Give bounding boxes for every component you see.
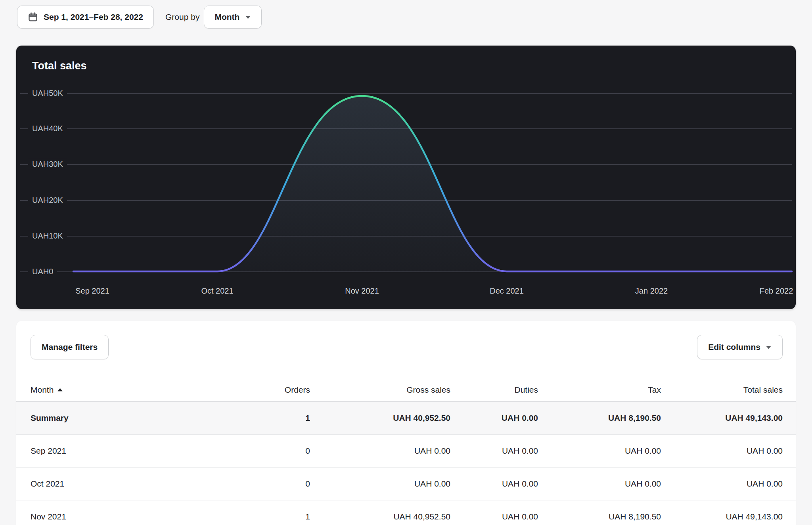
column-header-tax[interactable]: Tax <box>538 378 661 401</box>
group-by-label: Group by <box>165 12 199 22</box>
x-axis-tick: Jan 2022 <box>635 286 668 296</box>
cell-total-sales: UAH 0.00 <box>661 467 796 500</box>
column-header-orders[interactable]: Orders <box>201 378 310 401</box>
summary-gross-sales: UAH 40,952.50 <box>310 401 450 434</box>
x-axis-tick: Oct 2021 <box>201 286 233 296</box>
cell-duties: UAH 0.00 <box>450 467 538 500</box>
cell-tax: UAH 0.00 <box>538 434 661 467</box>
chevron-down-icon <box>766 346 772 349</box>
y-axis-tick: UAH0 <box>28 266 57 277</box>
y-axis-tick: UAH50K <box>28 88 67 99</box>
total-sales-chart-card: Total sales UAH50K UAH40K UAH30K UAH20K … <box>16 46 796 309</box>
cell-orders: 0 <box>201 467 310 500</box>
summary-duties: UAH 0.00 <box>450 401 538 434</box>
x-axis-tick: Sep 2021 <box>75 286 109 296</box>
sales-report-table: Month Orders Gross sales Duties Tax Tota… <box>16 378 796 525</box>
x-axis-tick: Nov 2021 <box>345 286 379 296</box>
table-row: Oct 2021 0 UAH 0.00 UAH 0.00 UAH 0.00 UA… <box>16 467 796 500</box>
cell-duties: UAH 0.00 <box>450 500 538 525</box>
cell-duties: UAH 0.00 <box>450 434 538 467</box>
date-range-button[interactable]: Sep 1, 2021–Feb 28, 2022 <box>17 6 154 29</box>
calendar-icon <box>28 12 38 22</box>
y-axis-tick: UAH40K <box>28 123 67 134</box>
cell-gross-sales: UAH 40,952.50 <box>310 500 450 525</box>
total-sales-line-chart <box>16 46 796 309</box>
edit-columns-button[interactable]: Edit columns <box>697 335 783 359</box>
summary-row: Summary 1 UAH 40,952.50 UAH 0.00 UAH 8,1… <box>16 401 796 434</box>
table-header-row: Month Orders Gross sales Duties Tax Tota… <box>16 378 796 401</box>
chevron-down-icon <box>245 15 251 19</box>
column-header-duties[interactable]: Duties <box>450 378 538 401</box>
date-range-label: Sep 1, 2021–Feb 28, 2022 <box>44 12 143 22</box>
cell-tax: UAH 8,190.50 <box>538 500 661 525</box>
sort-ascending-icon <box>57 388 63 391</box>
table-row: Nov 2021 1 UAH 40,952.50 UAH 0.00 UAH 8,… <box>16 500 796 525</box>
cell-gross-sales: UAH 0.00 <box>310 434 450 467</box>
report-table-card: Manage filters Edit columns Month Orders… <box>16 321 796 525</box>
x-axis-tick: Feb 2022 <box>760 286 793 296</box>
cell-gross-sales: UAH 0.00 <box>310 467 450 500</box>
summary-month: Summary <box>16 401 201 434</box>
column-header-gross-sales[interactable]: Gross sales <box>310 378 450 401</box>
cell-month: Oct 2021 <box>16 467 201 500</box>
cell-orders: 0 <box>201 434 310 467</box>
group-by-value: Month <box>214 12 239 22</box>
table-row: Sep 2021 0 UAH 0.00 UAH 0.00 UAH 0.00 UA… <box>16 434 796 467</box>
cell-orders: 1 <box>201 500 310 525</box>
area-fill <box>217 96 507 271</box>
manage-filters-button[interactable]: Manage filters <box>31 335 109 359</box>
cell-tax: UAH 0.00 <box>538 467 661 500</box>
y-axis-tick: UAH30K <box>28 159 67 170</box>
cell-month: Nov 2021 <box>16 500 201 525</box>
cell-total-sales: UAH 49,143.00 <box>661 500 796 525</box>
table-toolbar: Manage filters Edit columns <box>16 321 796 359</box>
x-axis-tick: Dec 2021 <box>490 286 524 296</box>
group-by-select[interactable]: Month <box>204 6 262 29</box>
y-axis-tick: UAH20K <box>28 195 67 206</box>
summary-total-sales: UAH 49,143.00 <box>661 401 796 434</box>
cell-month: Sep 2021 <box>16 434 201 467</box>
column-header-month[interactable]: Month <box>31 385 63 395</box>
y-axis-tick: UAH10K <box>28 231 67 241</box>
summary-orders: 1 <box>201 401 310 434</box>
filter-toolbar: Sep 1, 2021–Feb 28, 2022 Group by Month <box>17 6 262 29</box>
cell-total-sales: UAH 0.00 <box>661 434 796 467</box>
summary-tax: UAH 8,190.50 <box>538 401 661 434</box>
column-header-total-sales[interactable]: Total sales <box>661 378 796 401</box>
